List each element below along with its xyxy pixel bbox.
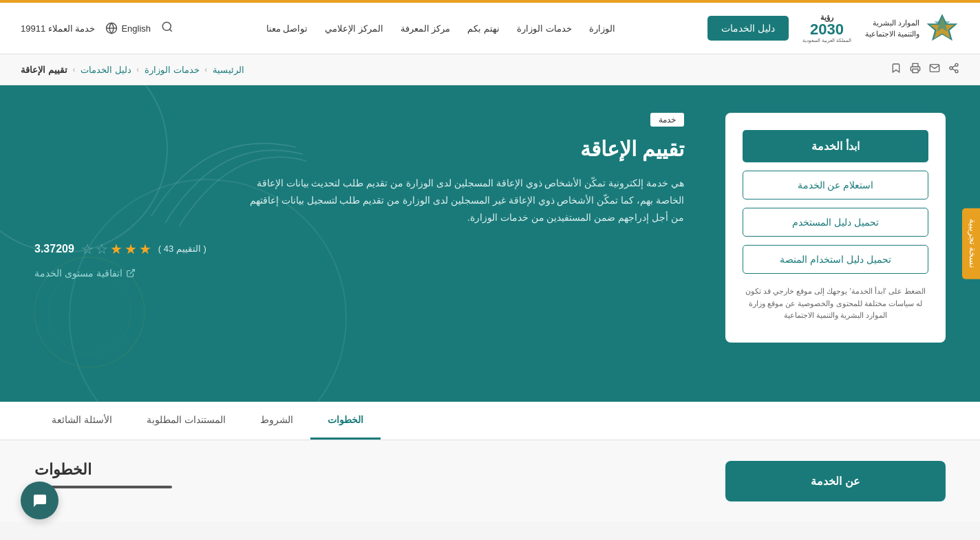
nav-item-ministry[interactable]: الوزارة — [582, 20, 622, 37]
chat-icon — [32, 493, 48, 509]
content-right: الخطوات — [34, 461, 705, 501]
star-3: ★ — [110, 241, 122, 257]
tab-steps[interactable]: الخطوات — [310, 402, 381, 440]
service-card: ابدأ الخدمة استعلام عن الخدمة تحميل دليل… — [725, 113, 946, 343]
rating-count: 3.37209 — [34, 243, 74, 255]
globe-icon — [105, 22, 118, 34]
platform-guide-button[interactable]: تحميل دليل استخدام المنصة — [743, 245, 928, 274]
service-description: هي خدمة إلكترونية تمكّن الأشخاص ذوي الإع… — [237, 175, 684, 227]
customer-service-link[interactable]: خدمة العملاء 19911 — [21, 23, 95, 34]
disclaimer-text: الضغط على 'ابدأ الخدمة' يوجهك إلى موقع خ… — [743, 282, 928, 325]
steps-divider — [34, 486, 172, 488]
ministry-star-icon — [925, 11, 959, 45]
svg-rect-11 — [913, 69, 918, 72]
sla-link[interactable]: اتفاقية مستوى الخدمة — [34, 268, 684, 279]
tabs-bar: الخطوات الشروط المستندات المطلوبة الأسئل… — [0, 402, 980, 440]
svg-line-10 — [952, 65, 956, 67]
svg-point-6 — [955, 63, 958, 66]
user-guide-button[interactable]: تحميل دليل المستخدم — [743, 208, 928, 237]
beta-tab[interactable]: نسخة تجريبية — [962, 208, 980, 279]
external-link-icon — [126, 268, 136, 278]
tab-documents[interactable]: المستندات المطلوبة — [129, 402, 243, 440]
action-icons — [891, 63, 959, 76]
nav-item-knowledge[interactable]: مركز المعرفة — [394, 20, 458, 37]
share-button[interactable] — [948, 63, 959, 76]
svg-line-9 — [952, 69, 956, 71]
services-guide-button[interactable]: دليل الخدمات — [707, 16, 789, 41]
bookmark-icon — [891, 63, 902, 74]
breadcrumb-bar: تقييم الإعاقة › دليل الخدمات › خدمات الو… — [0, 54, 980, 85]
print-icon — [910, 63, 921, 74]
nav-item-services[interactable]: خدمات الوزارة — [510, 20, 579, 37]
content-section: عن الخدمة الخطوات — [0, 440, 980, 522]
stars-display: ☆ ☆ ★ ★ ★ — [81, 241, 151, 257]
content-left: عن الخدمة — [725, 461, 946, 501]
svg-line-3 — [170, 29, 172, 31]
bookmark-button[interactable] — [891, 63, 902, 76]
steps-title: الخطوات — [34, 461, 92, 479]
language-button[interactable]: English — [105, 22, 151, 34]
breadcrumb: تقييم الإعاقة › دليل الخدمات › خدمات الو… — [21, 65, 244, 75]
service-badge: خدمة — [650, 113, 684, 127]
svg-point-13 — [48, 271, 131, 354]
svg-point-7 — [950, 67, 952, 69]
service-title: تقييم الإعاقة — [34, 137, 684, 161]
about-card: عن الخدمة — [725, 461, 946, 501]
service-info: خدمة تقييم الإعاقة هي خدمة إلكترونية تمك… — [34, 113, 698, 279]
breadcrumb-sep1: › — [73, 66, 75, 74]
svg-point-8 — [955, 70, 958, 73]
nav-item-contact[interactable]: تواصل معنا — [259, 20, 315, 37]
print-button[interactable] — [910, 63, 921, 76]
header-left: English خدمة العملاء 19911 — [21, 21, 173, 36]
start-service-button[interactable]: ابدأ الخدمة — [743, 130, 928, 162]
star-2: ★ — [125, 241, 137, 257]
breadcrumb-sep2: › — [137, 66, 139, 74]
breadcrumb-home[interactable]: الرئيسية — [213, 65, 244, 75]
header: الموارد البشرية والتنمية الاجتماعية رؤية… — [0, 3, 980, 54]
breadcrumb-current: تقييم الإعاقة — [21, 65, 67, 75]
tab-conditions[interactable]: الشروط — [243, 402, 310, 440]
email-icon — [929, 63, 940, 74]
star-5: ☆ — [81, 241, 94, 257]
search-icon — [161, 21, 173, 33]
main-nav: الوزارة خدمات الوزارة نهتم بكم مركز المع… — [173, 20, 707, 37]
svg-point-2 — [162, 22, 171, 30]
ministry-name: الموارد البشرية والتنمية الاجتماعية — [865, 17, 919, 40]
email-button[interactable] — [929, 63, 940, 76]
search-button[interactable] — [161, 21, 173, 36]
hero-section: نسخة تجريبية ابدأ الخدمة استعلام عن الخد… — [0, 85, 980, 402]
chat-button[interactable] — [21, 482, 58, 519]
nav-item-care[interactable]: نهتم بكم — [460, 20, 507, 37]
header-right: الموارد البشرية والتنمية الاجتماعية رؤية… — [707, 11, 959, 45]
rating-label: ( التقييم 43 ) — [158, 244, 206, 254]
breadcrumb-ministry-services[interactable]: خدمات الوزارة — [145, 65, 200, 75]
tab-faq[interactable]: الأسئلة الشائعة — [34, 402, 129, 440]
vision-logo: رؤية 2030 المملكة العربية السعودية — [802, 13, 851, 43]
sla-label: اتفاقية مستوى الخدمة — [34, 268, 122, 279]
inquire-service-button[interactable]: استعلام عن الخدمة — [743, 171, 928, 199]
svg-line-14 — [130, 269, 134, 273]
nav-item-media[interactable]: المركز الإعلامي — [318, 20, 390, 37]
rating-row: ( التقييم 43 ) ☆ ☆ ★ ★ ★ 3.37209 — [34, 241, 684, 257]
ministry-logo: الموارد البشرية والتنمية الاجتماعية — [865, 11, 959, 45]
breadcrumb-sep3: › — [205, 66, 207, 74]
breadcrumb-services-guide[interactable]: دليل الخدمات — [81, 65, 131, 75]
about-label: عن الخدمة — [811, 475, 860, 487]
share-icon — [948, 63, 959, 74]
star-4: ☆ — [96, 241, 108, 257]
star-1: ★ — [139, 241, 151, 257]
